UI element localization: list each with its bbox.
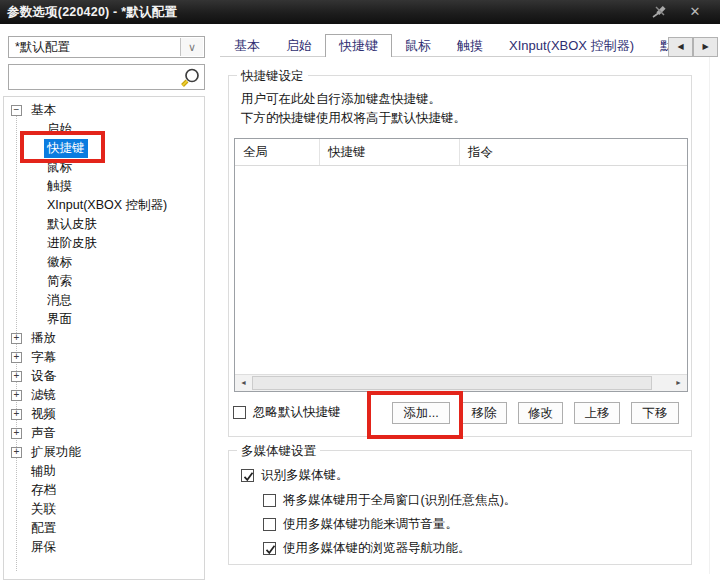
button-上移[interactable]: 上移 — [574, 402, 620, 424]
button-移除[interactable]: 移除 — [461, 402, 507, 424]
hotkey-settings-group: 快捷键设定 用户可在此处自行添加键盘快捷键。 下方的快捷键使用权将高于默认快捷键… — [228, 75, 692, 437]
tree-item-label: 声音 — [28, 424, 59, 443]
media-checkbox-checked[interactable] — [263, 542, 276, 555]
media-group-title: 多媒体键设置 — [237, 443, 320, 460]
column-header-global[interactable]: 全局 — [235, 139, 320, 165]
horizontal-scrollbar[interactable]: ◄ ► — [235, 374, 687, 391]
tree-item-滤镜[interactable]: +滤镜 — [4, 386, 204, 405]
tab-触摸[interactable]: 触摸 — [444, 35, 496, 57]
collapse-icon[interactable]: − — [11, 105, 22, 116]
preset-value: *默认配置 — [15, 37, 70, 57]
tree-item-播放[interactable]: +播放 — [4, 329, 204, 348]
titlebar: 参数选项(220420) - *默认配置 ✕ — [0, 0, 720, 24]
hotkey-description-line1: 用户可在此处自行添加键盘快捷键。 — [241, 90, 466, 109]
search-input[interactable] — [11, 67, 183, 89]
tab-启始[interactable]: 启始 — [273, 35, 325, 57]
tree-item-声音[interactable]: +声音 — [4, 424, 204, 443]
settings-tree: −基本启始快捷键鼠标触摸XInput(XBOX 控制器)默认皮肤进阶皮肤徽标简索… — [3, 96, 205, 580]
column-header-command[interactable]: 指令 — [460, 139, 687, 165]
ignore-default-hotkeys-checkbox[interactable] — [233, 406, 246, 419]
hotkey-description: 用户可在此处自行添加键盘快捷键。 下方的快捷键使用权将高于默认快捷键。 — [241, 90, 466, 127]
hotkey-table-header: 全局 快捷键 指令 — [235, 139, 687, 166]
column-header-hotkey[interactable]: 快捷键 — [320, 139, 460, 165]
media-checkbox-unchecked[interactable] — [263, 518, 276, 531]
tree-item-存档[interactable]: 存档 — [4, 481, 204, 500]
media-checkbox-row-2[interactable]: 使用多媒体键功能来调节音量。 — [263, 516, 458, 533]
tree-item-屏保[interactable]: 屏保 — [4, 538, 204, 557]
pin-icon[interactable] — [651, 5, 669, 21]
expand-icon[interactable]: + — [11, 333, 22, 344]
close-icon[interactable]: ✕ — [686, 4, 704, 20]
hotkey-description-line2: 下方的快捷键使用权将高于默认快捷键。 — [241, 109, 466, 128]
tree-item-label: 触摸 — [44, 177, 75, 196]
tab-scroll-left-button[interactable]: ◀ — [668, 37, 693, 57]
tree-item-label: 字幕 — [28, 348, 59, 367]
tab-鼠标[interactable]: 鼠标 — [392, 35, 444, 57]
annotation-rect-tree-hotkeys — [20, 131, 105, 163]
tree-item-触摸[interactable]: 触摸 — [4, 177, 204, 196]
expand-icon[interactable]: + — [11, 390, 22, 401]
tree-item-label: 配置 — [28, 519, 59, 538]
tree-item-简索[interactable]: 简索 — [4, 272, 204, 291]
expand-icon[interactable]: + — [11, 447, 22, 458]
tree-item-基本[interactable]: −基本 — [4, 101, 204, 120]
media-checkbox-row-3[interactable]: 使用多媒体键的浏览器导航功能。 — [263, 540, 471, 557]
tree-item-配置[interactable]: 配置 — [4, 519, 204, 538]
tree-item-消息[interactable]: 消息 — [4, 291, 204, 310]
tree-item-徽标[interactable]: 徽标 — [4, 253, 204, 272]
search-box — [8, 64, 205, 90]
button-下移[interactable]: 下移 — [631, 402, 679, 424]
tab-page-border — [709, 57, 710, 574]
tree-item-label: 屏保 — [28, 538, 59, 557]
media-checkbox-unchecked[interactable] — [263, 494, 276, 507]
tab-scroll-right-button[interactable]: ▶ — [693, 37, 718, 57]
tab-XInput(XBOX 控制器)[interactable]: XInput(XBOX 控制器) — [496, 35, 647, 57]
tree-item-字幕[interactable]: +字幕 — [4, 348, 204, 367]
hotkey-table[interactable]: 全局 快捷键 指令 ◄ ► — [234, 138, 688, 392]
tree-item-label: 关联 — [28, 500, 59, 519]
expand-icon[interactable]: + — [11, 352, 22, 363]
ignore-default-hotkeys-checkbox-row[interactable]: 忽略默认快捷键 — [233, 404, 341, 421]
media-checkbox-label: 使用多媒体键的浏览器导航功能。 — [283, 540, 471, 557]
options-dialog: 参数选项(220420) - *默认配置 ✕ *默认配置 ∨ −基本启始快捷键鼠… — [0, 0, 720, 580]
tree-item-视频[interactable]: +视频 — [4, 405, 204, 424]
tree-item-默认皮肤[interactable]: 默认皮肤 — [4, 215, 204, 234]
annotation-rect-add-button — [367, 391, 463, 439]
tab-默认皮[interactable]: 默认皮 — [647, 35, 668, 57]
scrollbar-right-arrow-icon[interactable]: ► — [670, 375, 687, 391]
tree-item-label: 扩展功能 — [28, 443, 84, 462]
scrollbar-thumb[interactable] — [252, 376, 652, 390]
expand-icon[interactable]: + — [11, 409, 22, 420]
search-icon[interactable] — [180, 67, 201, 88]
media-checkbox-row-1[interactable]: 将多媒体键用于全局窗口(识别任意焦点)。 — [263, 492, 516, 509]
tab-基本[interactable]: 基本 — [221, 35, 273, 57]
scrollbar-left-arrow-icon[interactable]: ◄ — [235, 375, 252, 391]
tree-item-辅助[interactable]: 辅助 — [4, 462, 204, 481]
chevron-down-icon[interactable]: ∨ — [180, 38, 203, 56]
ignore-default-hotkeys-label: 忽略默认快捷键 — [253, 404, 341, 421]
tab-快捷键[interactable]: 快捷键 — [325, 34, 392, 57]
tree-item-label: 辅助 — [28, 462, 59, 481]
button-修改[interactable]: 修改 — [518, 402, 563, 424]
tree-item-界面[interactable]: 界面 — [4, 310, 204, 329]
tree-item-关联[interactable]: 关联 — [4, 500, 204, 519]
media-checkbox-label: 将多媒体键用于全局窗口(识别任意焦点)。 — [283, 492, 516, 509]
tree-item-XInput(XBOX 控制器)[interactable]: XInput(XBOX 控制器) — [4, 196, 204, 215]
tree-item-进阶皮肤[interactable]: 进阶皮肤 — [4, 234, 204, 253]
hotkey-group-title: 快捷键设定 — [237, 68, 308, 85]
tree-item-扩展功能[interactable]: +扩展功能 — [4, 443, 204, 462]
media-checkbox-row-0[interactable]: 识别多媒体键。 — [241, 467, 349, 484]
media-checkbox-checked[interactable] — [241, 469, 254, 482]
expand-icon[interactable]: + — [11, 428, 22, 439]
preset-combobox[interactable]: *默认配置 ∨ — [8, 36, 205, 58]
tree-item-设备[interactable]: +设备 — [4, 367, 204, 386]
media-checkbox-label: 使用多媒体键功能来调节音量。 — [283, 516, 458, 533]
tree-item-label: 滤镜 — [28, 386, 59, 405]
tree-item-label: XInput(XBOX 控制器) — [44, 196, 170, 215]
tree-item-label: 设备 — [28, 367, 59, 386]
tree-item-label: 存档 — [28, 481, 59, 500]
expand-icon[interactable]: + — [11, 371, 22, 382]
tree-item-label: 播放 — [28, 329, 59, 348]
tree-item-label: 徽标 — [44, 253, 75, 272]
tree-item-label: 视频 — [28, 405, 59, 424]
